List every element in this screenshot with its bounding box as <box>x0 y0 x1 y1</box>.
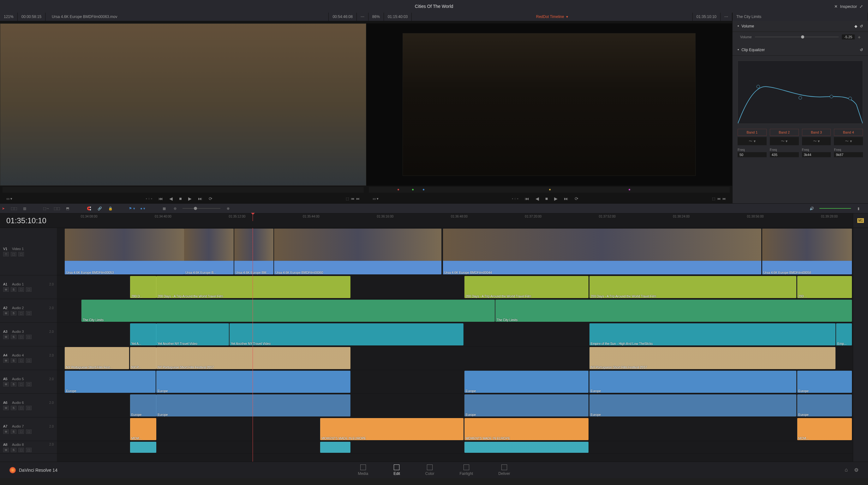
clip[interactable]: Yet Another NY Travel Video <box>229 323 464 345</box>
clip[interactable]: NY Portuguese Short Film Fest... <box>65 347 129 369</box>
page-edit[interactable]: Edit <box>394 464 400 476</box>
blade-tool[interactable]: ▥ <box>22 205 28 212</box>
clip[interactable]: Europe <box>65 371 155 393</box>
clip[interactable]: 200 D... <box>130 276 156 298</box>
freq-value[interactable]: 9k87 <box>834 152 863 157</box>
inspector-toggle[interactable]: ✕ Inspector ⤢ <box>834 4 863 9</box>
clip[interactable]: Europe <box>590 394 796 417</box>
clip[interactable]: Ursa 4.6K Europe BMDFilm00044 <box>443 229 761 274</box>
match-frame-button[interactable]: ⬚ ⏮ ⏭ <box>346 197 366 201</box>
clip[interactable]: Europe <box>156 394 350 417</box>
track-lane-a4[interactable]: NY Portuguese Short Film Fest...NY P...N… <box>57 346 853 370</box>
track-lane-a5[interactable]: EuropeEuropeEuropeEuropeEurope <box>57 370 853 394</box>
clip[interactable]: 200 ... <box>797 276 852 298</box>
timeline-name[interactable]: RedDot Timeline ▾ <box>412 12 692 21</box>
track-lane-a8[interactable] <box>57 441 853 454</box>
clip[interactable]: Europe <box>464 371 589 393</box>
view-options-icon[interactable]: ▦ <box>161 205 167 212</box>
snap-icon[interactable]: 🧲 <box>86 205 92 212</box>
clip[interactable] <box>464 442 589 453</box>
track-btn[interactable]: S <box>11 358 17 363</box>
clip[interactable]: NY P... <box>130 347 156 369</box>
loop-button[interactable]: ⟳ <box>575 196 579 201</box>
clip[interactable]: Europe <box>797 394 852 417</box>
track-btn[interactable]: ⬚ <box>18 335 24 339</box>
add-keyframe-icon[interactable]: ◆ <box>855 24 857 28</box>
track-btn[interactable]: M <box>3 429 9 434</box>
lock-icon[interactable]: 🔒 <box>107 205 114 212</box>
clip[interactable]: MOMENTS MADE IN EUROPE <box>464 418 589 440</box>
stop-button[interactable]: ■ <box>545 196 548 201</box>
overwrite-button[interactable]: ⬚⬚ <box>54 205 60 212</box>
track-btn[interactable]: ⬚ <box>26 382 32 387</box>
home-icon[interactable]: ⌂ <box>845 467 848 473</box>
volume-value[interactable]: -5.25 <box>842 34 855 39</box>
clip[interactable]: Yet A... <box>130 323 156 345</box>
volume-slider[interactable] <box>755 37 839 37</box>
track-btn[interactable]: M <box>3 358 9 363</box>
trim-tool[interactable]: ⬚⬚ <box>11 205 17 212</box>
clip[interactable]: Europe <box>464 394 589 417</box>
track-btn[interactable]: ⬚ <box>18 311 24 315</box>
track-lane-a2[interactable]: The City LimitsThe City Limits <box>57 299 853 323</box>
record-viewer[interactable] <box>403 33 695 176</box>
zoom-in-icon[interactable]: ⊕ <box>225 205 231 212</box>
source-viewer[interactable] <box>0 23 366 186</box>
clip[interactable]: Europe <box>590 371 796 393</box>
eq-band-type[interactable]: 〜 ▾ <box>770 137 799 145</box>
track-btn[interactable]: S <box>11 429 17 434</box>
track-name[interactable]: Audio 2 <box>12 306 49 310</box>
source-clipname[interactable]: Ursa 4.6K Europe BMDFilm00063.mov <box>45 12 329 21</box>
track-btn[interactable]: ⬚ <box>26 311 32 315</box>
eq-band-type[interactable]: 〜 ▾ <box>834 137 863 145</box>
track-header-a5[interactable]: A5Audio 52.0MS⬚⬚ <box>0 370 57 394</box>
track-lane-v1[interactable]: Ursa 4.6K Europe BMDFilm00053Ursa 4.6K E… <box>57 228 853 275</box>
clip[interactable]: 200 Days - A Trip Around the World Trave… <box>464 276 589 298</box>
zoom-out-icon[interactable]: ⊖ <box>172 205 178 212</box>
track-btn[interactable]: M <box>3 406 9 410</box>
track-btn[interactable]: ⬚ <box>26 429 32 434</box>
track-btn[interactable]: M <box>3 311 9 315</box>
track-name[interactable]: Video 1 <box>12 247 54 251</box>
selection-tool[interactable]: ➤ <box>0 205 6 212</box>
track-name[interactable]: Audio 6 <box>12 401 49 404</box>
track-header-v1[interactable]: V1Video 1□⬚⬚ <box>0 228 57 275</box>
match-frame-button[interactable]: ⬚ ⏮ ⏭ <box>712 197 732 201</box>
playhead-marker[interactable] <box>253 213 253 221</box>
clip[interactable]: Europe <box>130 394 156 417</box>
track-name[interactable]: Audio 3 <box>12 330 49 333</box>
next-frame-button[interactable]: ⏭ <box>564 196 568 201</box>
track-btn[interactable]: S <box>11 406 17 410</box>
track-btn[interactable]: ⬚ <box>26 358 32 363</box>
play-button[interactable]: ▶ <box>188 196 192 201</box>
timeline-timecode[interactable]: 01:35:10:10 <box>0 213 57 228</box>
track-header-a6[interactable]: A6Audio 62.0MS⬚⬚ <box>0 394 57 418</box>
track-btn[interactable]: ⬚ <box>26 448 32 452</box>
track-header-a8[interactable]: A8Audio 82.0MS⬚⬚ <box>0 441 57 454</box>
source-scrubber[interactable] <box>2 187 364 192</box>
meter-icon[interactable]: ▮ <box>856 205 862 212</box>
keyframe-dot-icon[interactable]: • <box>738 24 739 28</box>
track-name[interactable]: Audio 1 <box>12 282 49 286</box>
eq-band-type[interactable]: 〜 ▾ <box>738 137 767 145</box>
track-header-a1[interactable]: A1Audio 12.0MS⬚⬚ <box>0 275 57 299</box>
master-volume-slider[interactable] <box>819 208 851 209</box>
track-btn[interactable]: ⬚ <box>18 429 24 434</box>
clip[interactable]: Ursa 4.6K Europe BM... <box>234 229 274 274</box>
play-reverse-button[interactable]: ◀ <box>169 196 173 201</box>
track-btn[interactable]: M <box>3 335 9 339</box>
clip[interactable]: Europe <box>797 371 852 393</box>
viewer-mode-dropdown[interactable]: ▭ ▾ <box>366 197 379 201</box>
sequence-name[interactable]: The City Limits <box>732 12 868 21</box>
marker-icon[interactable]: ● ▾ <box>140 205 146 212</box>
play-reverse-button[interactable]: ◀ <box>535 196 539 201</box>
flag-icon[interactable]: ⚑ ▾ <box>129 205 135 212</box>
link-icon[interactable]: 🔗 <box>97 205 103 212</box>
track-header-a2[interactable]: A2Audio 22.0MS⬚⬚ <box>0 299 57 323</box>
stop-button[interactable]: ■ <box>179 196 182 201</box>
eq-band-type[interactable]: 〜 ▾ <box>802 137 831 145</box>
clip[interactable] <box>320 442 350 453</box>
track-btn[interactable]: ⬚ <box>18 406 24 410</box>
eq-graph[interactable] <box>738 61 863 124</box>
track-btn[interactable]: ⬚ <box>11 252 17 256</box>
